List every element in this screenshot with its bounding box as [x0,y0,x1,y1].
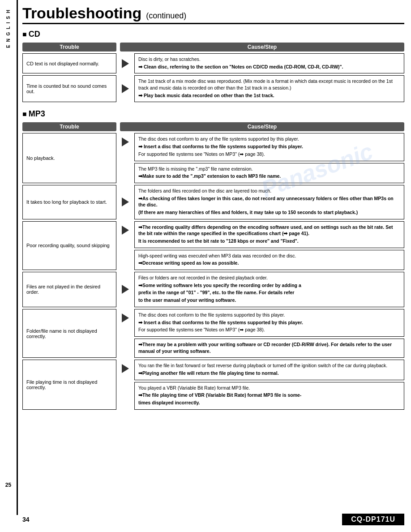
language-label: E N G L I S H [6,9,11,48]
cd-cause-2-line1: The 1st track of a mix mode disc was rep… [138,78,400,91]
subtitle: (continued) [146,11,186,21]
mp3-cause-6a-line3: ➡Playing another file will return the fi… [138,370,400,377]
mp3-table-header: Trouble Cause/Step [22,122,404,131]
arrow-icon-mp3-3 [122,226,129,235]
mp3-cause-4-line4: to the user manual of your writing softw… [138,297,400,304]
mp3-cause-1b-line2: ➡Make sure to add the ".mp3" extension t… [138,173,400,180]
trouble-header: Trouble [22,43,116,51]
cd-row-1: CD text is not displayed normally. Disc … [22,53,404,73]
sidebar: E N G L I S H 25 [0,0,18,515]
cd-arrow-1 [120,53,131,73]
mp3-cause-2-line2: ➡As checking of files takes longer in th… [138,195,400,208]
mp3-trouble-header: Trouble [22,122,116,131]
mp3-cause-5b-line1: ➡There may be a problem with your writin… [138,341,400,354]
mp3-arrow-5 [120,309,131,358]
cd-trouble-2: Time is counted but no sound comes out. [22,75,116,102]
mp3-row-6: File playing time is not displayed corre… [22,360,404,409]
bottom-bar: 34 CQ-DP171U [0,514,411,525]
cd-section-header: CD [22,30,404,39]
arrow-icon-1 [122,59,129,68]
mp3-cause-5a-line2: ➡ Insert a disc that conforms to the fil… [138,319,400,326]
mp3-cause-4-line2: ➡Some writing software lets you specify … [138,282,400,289]
mp3-cause-1a-line1: The disc does not conform to any of the … [138,136,400,142]
mp3-cause-2: The folders and files recorded on the di… [134,185,404,219]
mp3-cause-4: Files or folders are not recorded in the… [134,272,404,307]
mp3-cause-3b-line1: High-speed writing was executed when MP3… [138,253,400,259]
title-underline [22,23,404,24]
mp3-row-3: Poor recording quality, sound skipping ➡… [22,221,404,270]
cd-cause-1: Disc is dirty, or has scratches. ➡ Clean… [134,53,404,73]
mp3-cause-3a-line2: It is recommended to set the bit rate to… [138,238,400,245]
mp3-trouble-1: No playback. [22,133,116,183]
mp3-cause-5b: ➡There may be a problem with your writin… [134,339,404,358]
mp3-cause-2-line3: (If there are many hierarchies of files … [138,209,400,216]
mp3-cause-1a: The disc does not conform to any of the … [134,133,404,161]
mp3-cause-5a: The disc does not conform to the file sy… [134,309,404,337]
mp3-cause-3b: High-speed writing was executed when MP3… [134,250,404,270]
mp3-cause-1a-line3: For supported file systems see "Notes on… [138,151,400,158]
mp3-cause-1-col: The disc does not conform to any of the … [134,133,404,183]
cause-header: Cause/Step [120,43,404,51]
mp3-cause-1a-line2: ➡ Insert a disc that conforms to the fil… [138,143,400,150]
mp3-cause-6b-line1: You played a VBR (Variable Bit Rate) for… [138,385,400,391]
mp3-row-2: It takes too long for playback to start.… [22,185,404,219]
arrow-icon-2 [122,84,129,93]
cd-cause-2: The 1st track of a mix mode disc was rep… [134,75,404,102]
mp3-cause-5a-line3: For supported file systems see "Notes on… [138,326,400,333]
mp3-cause-6a-line1: You ran the file in fast forward or fast… [138,362,400,369]
mp3-cause-2-line1: The folders and files recorded on the di… [138,188,400,194]
cd-cause-2-line3: ➡ Play back music data recorded on other… [138,92,400,99]
mp3-row-1: No playback. The disc does not conform t… [22,133,404,183]
arrow-icon-mp3-6 [122,364,129,373]
mp3-cause-header: Cause/Step [120,122,404,131]
mp3-table: Trouble Cause/Step No playback. The disc… [22,122,404,409]
mp3-cause-6-col: You ran the file in fast forward or fast… [134,360,404,409]
mp3-arrow-3 [120,221,131,270]
mp3-section-header: MP3 [22,109,404,119]
mp3-trouble-2: It takes too long for playback to start. [22,185,116,219]
mp3-arrow-6 [120,360,131,409]
mp3-cause-1b: The MP3 file is missing the ".mp3" file … [134,163,404,183]
mp3-cause-1b-line1: The MP3 file is missing the ".mp3" file … [138,166,400,172]
mp3-cause-4-line1: Files or folders are not recorded in the… [138,275,400,281]
mp3-cause-3a-line1: ➡The recording quality differs depending… [138,224,400,237]
mp3-cause-3a: ➡The recording quality differs depending… [134,221,404,248]
cd-arrow-2 [120,75,131,102]
mp3-arrow-4 [120,272,131,307]
mp3-cause-5-col: The disc does not conform to the file sy… [134,309,404,358]
mp3-cause-3b-line2: ➡Decrease writing speed as low as possib… [138,260,400,266]
mp3-trouble-6: File playing time is not displayed corre… [22,360,116,409]
bottom-page-number: 34 [22,516,30,523]
page-title-container: Troubleshooting (continued) [22,4,404,22]
mp3-cause-3-col: ➡The recording quality differs depending… [134,221,404,270]
main-title: Troubleshooting [22,4,141,22]
cd-cause-1-line1: Disc is dirty, or has scratches. [138,56,400,63]
model-badge: CQ-DP171U [342,514,404,525]
arrow-icon-mp3-2 [122,197,129,206]
mp3-row-5: Folder/file name is not displayed correc… [22,309,404,358]
mp3-trouble-5: Folder/file name is not displayed correc… [22,309,116,358]
mp3-cause-4-line3: prefix in the range of "01" - "99", etc.… [138,289,400,296]
mp3-cause-6b: You played a VBR (Variable Bit Rate) for… [134,382,404,410]
cd-row-2: Time is counted but no sound comes out. … [22,75,404,102]
arrow-icon-mp3-5 [122,313,129,322]
mp3-cause-6b-line3: times displayed incorrectly. [138,399,400,406]
main-content: Troubleshooting (continued) CD Trouble C… [22,0,404,410]
cd-table: Trouble Cause/Step CD text is not displa… [22,43,404,102]
mp3-arrow-2 [120,185,131,219]
mp3-cause-5a-line1: The disc does not conform to the file sy… [138,312,400,318]
mp3-trouble-3: Poor recording quality, sound skipping [22,221,116,270]
cd-trouble-1: CD text is not displayed normally. [22,53,116,73]
mp3-arrow-1 [120,133,131,183]
mp3-row-4: Files are not played in the desired orde… [22,272,404,307]
arrow-icon-mp3-4 [122,285,129,294]
mp3-cause-6b-line2: ➡The file playing time of VBR (Variable … [138,392,400,399]
arrow-icon-mp3-1 [122,137,129,146]
cd-table-header: Trouble Cause/Step [22,43,404,51]
sidebar-page-number: 25 [5,482,11,488]
mp3-cause-6a: You ran the file in fast forward or fast… [134,360,404,380]
cd-cause-1-line2: ➡ Clean disc, referring to the section o… [138,64,400,70]
mp3-trouble-4: Files are not played in the desired orde… [22,272,116,307]
